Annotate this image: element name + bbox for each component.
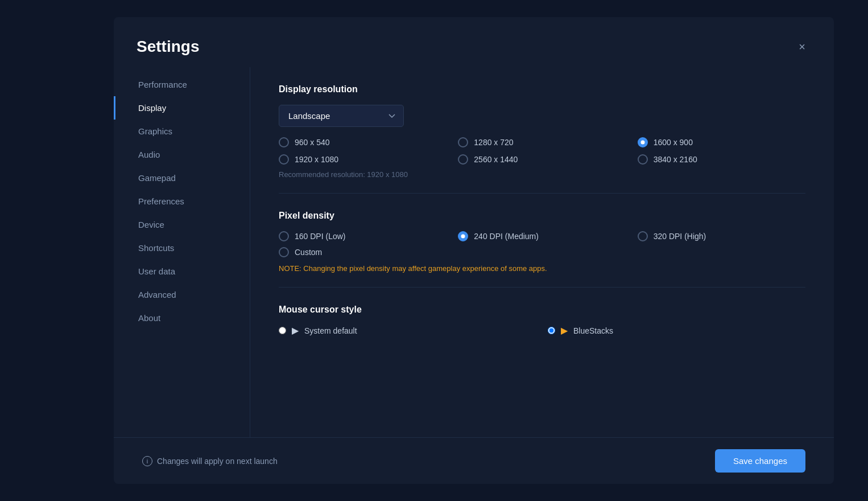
dpi-radio-0[interactable] [279, 231, 289, 241]
close-button[interactable]: × [793, 38, 811, 56]
content-area: Display resolution Landscape Portrait 96… [250, 67, 834, 437]
resolution-radio-0[interactable] [279, 137, 289, 147]
resolution-radio-1[interactable] [458, 137, 468, 147]
sidebar-item-performance[interactable]: Performance [114, 73, 250, 96]
resolution-label: 3840 x 2160 [654, 155, 697, 164]
resolution-label: 1600 x 900 [654, 138, 693, 147]
display-resolution-section: Display resolution Landscape Portrait 96… [279, 84, 805, 194]
bluestacks-cursor-icon: ▶ [561, 325, 568, 336]
cursor-system-icon: ▶ [292, 325, 299, 336]
recommended-resolution-text: Recommended resolution: 1920 x 1080 [279, 170, 805, 179]
resolution-label: 2560 x 1440 [474, 155, 518, 164]
resolution-radio-4[interactable] [458, 154, 468, 165]
settings-title: Settings [137, 38, 199, 55]
dpi-option-1[interactable]: 240 DPI (Medium) [458, 231, 626, 241]
resolution-option-5[interactable]: 3840 x 2160 [638, 154, 805, 165]
cursor-grid: ▶System default▶BlueStacks [279, 325, 805, 336]
resolution-grid: 960 x 5401280 x 7201600 x 9001920 x 1080… [279, 137, 805, 165]
dpi-option-custom[interactable]: Custom [279, 247, 322, 257]
sidebar-item-about[interactable]: About [114, 306, 250, 330]
settings-dialog: Settings × PerformanceDisplayGraphicsAud… [114, 17, 834, 484]
resolution-option-1[interactable]: 1280 x 720 [458, 137, 626, 147]
sidebar-item-display[interactable]: Display [114, 96, 250, 120]
cursor-bluestacks-label: BlueStacks [573, 326, 613, 335]
cursor-radio-1[interactable] [548, 327, 555, 334]
resolution-radio-3[interactable] [279, 154, 289, 165]
resolution-label: 1920 x 1080 [295, 155, 338, 164]
sidebar-item-gamepad[interactable]: Gamepad [114, 166, 250, 190]
display-resolution-title: Display resolution [279, 84, 805, 95]
sidebar-item-preferences[interactable]: Preferences [114, 190, 250, 213]
cursor-radio-0[interactable] [279, 327, 286, 334]
resolution-option-4[interactable]: 2560 x 1440 [458, 154, 626, 165]
resolution-radio-2[interactable] [638, 137, 648, 147]
dpi-label-custom: Custom [295, 248, 322, 257]
cursor-option-0[interactable]: ▶System default [279, 325, 536, 336]
sidebar-item-device[interactable]: Device [114, 213, 250, 236]
dpi-label: 160 DPI (Low) [295, 232, 345, 241]
orientation-dropdown[interactable]: Landscape Portrait [279, 105, 404, 127]
mouse-cursor-section: Mouse cursor style ▶System default▶BlueS… [279, 305, 805, 350]
dpi-label: 320 DPI (High) [654, 232, 706, 241]
sidebar-item-userdata[interactable]: User data [114, 260, 250, 283]
sidebar-item-advanced[interactable]: Advanced [114, 283, 250, 306]
settings-header: Settings × [114, 17, 834, 67]
settings-body: PerformanceDisplayGraphicsAudioGamepadPr… [114, 67, 834, 437]
pixel-density-section: Pixel density 160 DPI (Low)240 DPI (Medi… [279, 211, 805, 288]
pixel-density-title: Pixel density [279, 211, 805, 221]
orientation-dropdown-wrapper: Landscape Portrait [279, 105, 805, 127]
dpi-grid: 160 DPI (Low)240 DPI (Medium)320 DPI (Hi… [279, 231, 805, 241]
cursor-label: System default [304, 326, 357, 335]
save-changes-button[interactable]: Save changes [715, 449, 805, 473]
settings-footer: i Changes will apply on next launch Save… [114, 437, 834, 484]
cursor-option-1[interactable]: ▶BlueStacks [548, 325, 805, 336]
mouse-cursor-title: Mouse cursor style [279, 305, 805, 315]
resolution-option-2[interactable]: 1600 x 900 [638, 137, 805, 147]
resolution-radio-5[interactable] [638, 154, 648, 165]
dpi-radio-custom[interactable] [279, 247, 289, 257]
resolution-label: 960 x 540 [295, 138, 330, 147]
dpi-label: 240 DPI (Medium) [474, 232, 539, 241]
pixel-density-note: NOTE: Changing the pixel density may aff… [279, 264, 805, 273]
dpi-option-0[interactable]: 160 DPI (Low) [279, 231, 447, 241]
footer-note-text: Changes will apply on next launch [157, 457, 278, 466]
info-icon: i [142, 456, 152, 466]
resolution-label: 1280 x 720 [474, 138, 513, 147]
dpi-radio-2[interactable] [638, 231, 648, 241]
dpi-radio-1[interactable] [458, 231, 468, 241]
footer-note: i Changes will apply on next launch [142, 456, 278, 466]
sidebar: PerformanceDisplayGraphicsAudioGamepadPr… [114, 67, 250, 437]
sidebar-item-shortcuts[interactable]: Shortcuts [114, 236, 250, 260]
dpi-custom-row: Custom [279, 247, 805, 257]
resolution-option-0[interactable]: 960 x 540 [279, 137, 447, 147]
sidebar-item-audio[interactable]: Audio [114, 143, 250, 166]
sidebar-item-graphics[interactable]: Graphics [114, 120, 250, 143]
resolution-option-3[interactable]: 1920 x 1080 [279, 154, 447, 165]
dpi-option-2[interactable]: 320 DPI (High) [638, 231, 805, 241]
